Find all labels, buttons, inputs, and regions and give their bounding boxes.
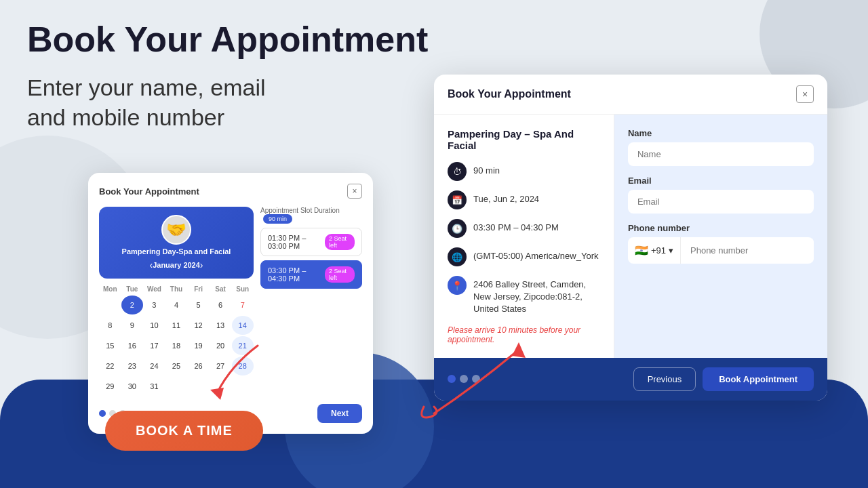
time-slot-1-time: 01:30 PM – 03:00 PM bbox=[268, 234, 325, 250]
appointment-notice: Please arrive 10 minutes before your app… bbox=[448, 325, 600, 344]
cal-cell-24[interactable]: 24 bbox=[143, 357, 165, 375]
name-label: Name bbox=[628, 128, 814, 138]
small-modal-close-button[interactable]: × bbox=[347, 184, 362, 199]
large-modal-header: Book Your Appointment × bbox=[434, 75, 827, 115]
day-wed: Wed bbox=[143, 285, 165, 293]
phone-input[interactable] bbox=[681, 239, 814, 262]
cal-cell-21[interactable]: 21 bbox=[232, 336, 254, 355]
appt-duration-text: 90 min bbox=[473, 162, 500, 177]
cal-cell-19[interactable]: 19 bbox=[188, 336, 210, 355]
book-time-button[interactable]: BOOK A TIME bbox=[105, 411, 263, 451]
phone-country-code: +91 bbox=[651, 245, 666, 256]
calendar-side: 🤝 Pampering Day-Spa and Facial ‹ January… bbox=[99, 207, 254, 397]
cal-cell-18[interactable]: 18 bbox=[165, 336, 187, 355]
day-sat: Sat bbox=[210, 285, 232, 293]
day-sun: Sun bbox=[231, 285, 254, 293]
appt-detail-date: 📅 Tue, Jun 2, 2024 bbox=[448, 190, 600, 209]
name-form-group: Name bbox=[628, 128, 814, 166]
country-flag: 🇮🇳 bbox=[635, 244, 648, 257]
duration-badge: 90 min bbox=[263, 214, 292, 224]
appt-date-text: Tue, Jun 2, 2024 bbox=[473, 190, 539, 205]
sub-title: Enter your name, emailand mobile number bbox=[27, 73, 428, 132]
appt-detail-duration: ⏱ 90 min bbox=[448, 162, 600, 181]
large-modal-close-button[interactable]: × bbox=[796, 85, 814, 103]
slot-duration-label: Appointment Slot Duration 90 min bbox=[260, 207, 362, 224]
appointment-info-panel: Pampering Day – Spa And Facial ⏱ 90 min … bbox=[434, 115, 614, 358]
cal-cell-26[interactable]: 26 bbox=[188, 357, 210, 375]
cal-cell-16[interactable]: 16 bbox=[121, 336, 143, 355]
cal-cell-empty4 bbox=[232, 377, 254, 396]
appointment-service-title: Pampering Day – Spa And Facial bbox=[448, 128, 600, 151]
cal-cell[interactable] bbox=[99, 296, 121, 314]
footer-dot-3 bbox=[472, 375, 480, 383]
left-section: Book Your Appointment Enter your name, e… bbox=[27, 20, 428, 133]
appt-detail-time: 🕒 03:30 PM – 04:30 PM bbox=[448, 219, 600, 238]
cal-cell-4[interactable]: 4 bbox=[165, 296, 187, 314]
phone-input-wrapper: 🇮🇳 +91 ▾ bbox=[628, 237, 814, 264]
cal-cell-30[interactable]: 30 bbox=[121, 377, 143, 396]
cal-cell-22[interactable]: 22 bbox=[99, 357, 121, 375]
appt-detail-location: 📍 2406 Balley Street, Camden, New Jersey… bbox=[448, 276, 600, 316]
calendar-day-names: Mon Tue Wed Thu Fri Sat Sun bbox=[99, 285, 254, 293]
calendar-month: January 2024 bbox=[153, 261, 200, 269]
avatar: 🤝 bbox=[161, 215, 191, 245]
cal-cell-31[interactable]: 31 bbox=[143, 377, 165, 396]
day-mon: Mon bbox=[99, 285, 121, 293]
book-appointment-button[interactable]: Book Appointment bbox=[703, 367, 814, 391]
previous-button[interactable]: Previous bbox=[633, 367, 696, 391]
cal-cell-2[interactable]: 2 bbox=[121, 296, 143, 314]
cal-week-1: 2 3 4 5 6 7 bbox=[99, 296, 254, 314]
small-modal-content: 🤝 Pampering Day-Spa and Facial ‹ January… bbox=[99, 207, 362, 397]
cal-cell-13[interactable]: 13 bbox=[210, 316, 231, 335]
dropdown-arrow-icon: ▾ bbox=[669, 245, 673, 256]
cal-cell-10[interactable]: 10 bbox=[143, 316, 165, 335]
cal-cell-5[interactable]: 5 bbox=[188, 296, 210, 314]
next-month-button[interactable]: › bbox=[200, 260, 203, 270]
calendar-nav: ‹ January 2024 › bbox=[149, 260, 203, 270]
day-thu: Thu bbox=[165, 285, 188, 293]
time-slot-1[interactable]: 01:30 PM – 03:00 PM 2 Seat left bbox=[260, 228, 362, 256]
cal-cell-27[interactable]: 27 bbox=[210, 357, 231, 375]
cal-cell-25[interactable]: 25 bbox=[165, 357, 187, 375]
cal-cell-3[interactable]: 3 bbox=[143, 296, 165, 314]
cal-week-2: 8 9 10 11 12 13 14 bbox=[99, 316, 254, 335]
cal-cell-17[interactable]: 17 bbox=[143, 336, 165, 355]
large-modal: Book Your Appointment × Pampering Day – … bbox=[434, 75, 827, 401]
timezone-icon: 🌐 bbox=[448, 247, 467, 266]
cal-cell-6[interactable]: 6 bbox=[210, 296, 231, 314]
duration-icon: ⏱ bbox=[448, 162, 467, 181]
cal-cell-28[interactable]: 28 bbox=[232, 357, 254, 375]
dot-1 bbox=[99, 410, 106, 417]
small-modal-header: Book Your Appointment × bbox=[99, 184, 362, 199]
large-modal-body: Pampering Day – Spa And Facial ⏱ 90 min … bbox=[434, 115, 827, 358]
seat-badge-2: 2 Seat left bbox=[325, 266, 355, 283]
cal-cell-23[interactable]: 23 bbox=[121, 357, 143, 375]
cal-cell-9[interactable]: 9 bbox=[121, 316, 143, 335]
cal-cell-14[interactable]: 14 bbox=[232, 316, 254, 335]
cal-week-3: 15 16 17 18 19 20 21 bbox=[99, 336, 254, 355]
cal-cell-12[interactable]: 12 bbox=[188, 316, 210, 335]
country-code-selector[interactable]: 🇮🇳 +91 ▾ bbox=[628, 237, 681, 264]
appt-time-text: 03:30 PM – 04:30 PM bbox=[473, 219, 559, 234]
time-slot-2[interactable]: 03:30 PM – 04:30 PM 2 Seat left bbox=[260, 260, 362, 289]
calendar-grid: Mon Tue Wed Thu Fri Sat Sun 2 3 4 5 6 7 bbox=[99, 285, 254, 396]
time-slots-panel: Appointment Slot Duration 90 min 01:30 P… bbox=[260, 207, 362, 397]
email-form-group: Email bbox=[628, 176, 814, 214]
cal-cell-29[interactable]: 29 bbox=[99, 377, 121, 396]
large-modal-footer: Previous Book Appointment bbox=[434, 358, 827, 401]
next-button[interactable]: Next bbox=[317, 404, 362, 423]
service-banner: 🤝 Pampering Day-Spa and Facial ‹ January… bbox=[99, 207, 254, 279]
time-icon: 🕒 bbox=[448, 219, 467, 238]
appt-detail-timezone: 🌐 (GMT-05:00) America/new_York bbox=[448, 247, 600, 266]
date-icon: 📅 bbox=[448, 190, 467, 209]
main-title: Book Your Appointment bbox=[27, 20, 428, 59]
cal-cell-11[interactable]: 11 bbox=[165, 316, 187, 335]
email-input[interactable] bbox=[628, 190, 814, 214]
seat-badge-1: 2 Seat left bbox=[325, 234, 355, 250]
cal-cell-15[interactable]: 15 bbox=[99, 336, 121, 355]
name-input[interactable] bbox=[628, 142, 814, 166]
footer-pagination-dots bbox=[448, 375, 480, 383]
cal-cell-20[interactable]: 20 bbox=[210, 336, 231, 355]
cal-cell-7[interactable]: 7 bbox=[232, 296, 254, 314]
cal-cell-8[interactable]: 8 bbox=[99, 316, 121, 335]
